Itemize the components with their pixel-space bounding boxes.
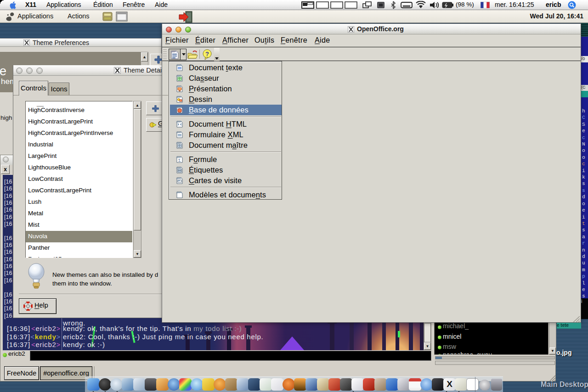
svg-text:Σ: Σ (178, 158, 181, 162)
svg-text:?: ? (205, 50, 209, 57)
